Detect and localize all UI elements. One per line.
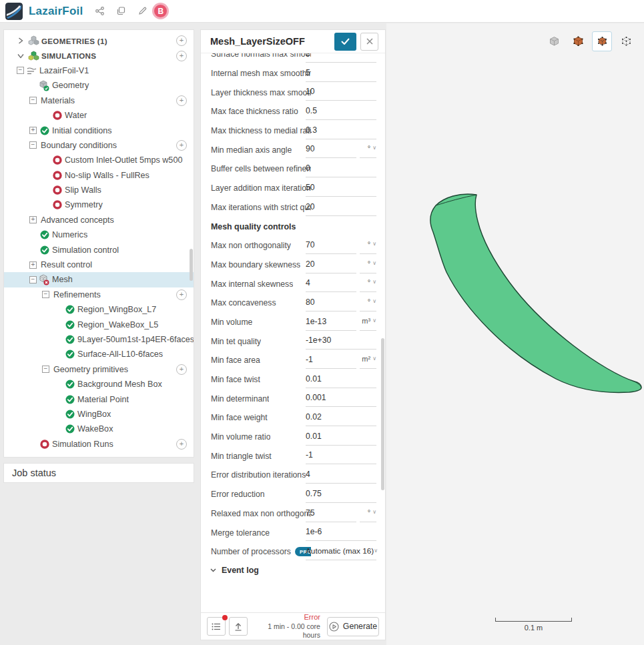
tree-item-advanced-concepts[interactable]: +Advanced concepts (4, 213, 194, 227)
mesh-log-button[interactable] (207, 617, 226, 636)
collapse-box-icon[interactable]: − (29, 141, 37, 149)
tree-item-geometries-1[interactable]: GEOMETRIES (1)+ (4, 33, 194, 48)
expand-box-icon[interactable]: + (29, 216, 37, 223)
min-face-area-unit-select[interactable]: m²∨ (360, 353, 376, 369)
view-cube-plain-icon[interactable] (544, 31, 564, 51)
add-item-button[interactable]: + (176, 439, 187, 450)
tree-item-simulation-control[interactable]: Simulation control (4, 242, 194, 257)
tree-item-materials[interactable]: −Materials+ (4, 93, 194, 108)
tree-item-geometry-primitives[interactable]: −Geometry primitives+ (4, 362, 194, 377)
max-internal-skewness-unit-select[interactable]: °∨ (360, 276, 376, 292)
view-cube-wireframe-icon[interactable] (616, 31, 636, 51)
tree-item-refinements[interactable]: −Refinements+ (4, 287, 194, 302)
add-item-button[interactable]: + (176, 51, 187, 61)
close-button[interactable] (360, 33, 378, 51)
surface-normals-max-smoothi-input[interactable]: 2 (306, 53, 376, 63)
tree-item-9layer-50um1st-1p4er-6faces[interactable]: 9Layer-50um1st-1p4ER-6faces (4, 332, 194, 347)
min-volume-unit-select[interactable]: m³∨ (360, 315, 376, 331)
export-button[interactable] (229, 617, 248, 636)
tree-item-initial-conditions[interactable]: +Initial conditions (4, 123, 194, 137)
tree-item-no-slip-walls-fullres[interactable]: No-slip Walls - FullRes (4, 168, 194, 183)
expand-box-icon[interactable]: + (29, 127, 37, 134)
chevron-right-icon[interactable] (13, 36, 28, 45)
tree-item-result-control[interactable]: +Result control (4, 257, 194, 272)
tree-item-custom-inlet-outlet-5mps-w500[interactable]: Custom Inlet-Outlet 5mps w500 (4, 153, 194, 167)
min-volume-ratio-input[interactable]: 0.01 (306, 430, 376, 446)
add-item-button[interactable]: + (176, 364, 187, 375)
max-boundary-skewness-unit-select[interactable]: °∨ (360, 257, 376, 273)
tree-item-wingbox[interactable]: WingBox (4, 407, 194, 422)
tree-item-mesh[interactable]: −Mesh (4, 272, 194, 287)
add-item-button[interactable]: + (176, 95, 187, 106)
merge-tolerance-input[interactable]: 1e-6 (306, 525, 376, 541)
relaxed-max-non-orthogonality-unit-select[interactable]: °∨ (360, 506, 376, 522)
tree-item-region-wakebox-l5[interactable]: Region_WakeBox_L5 (4, 317, 194, 332)
view-cube-surface-icon[interactable] (592, 31, 612, 51)
add-item-button[interactable]: + (176, 140, 187, 151)
apply-button[interactable] (334, 33, 356, 51)
max-concaveness-input[interactable]: 80 (306, 295, 356, 311)
buffer-cells-between-refinem-input[interactable]: 0 (306, 161, 376, 177)
tree-item-lazairfoil-v1[interactable]: −LazairFoil-V1 (4, 63, 194, 78)
add-item-button[interactable]: + (176, 289, 187, 300)
tree-item-simulation-runs[interactable]: Simulation Runs+ (4, 437, 194, 452)
min-median-axis-angle-unit-select[interactable]: °∨ (360, 142, 376, 158)
max-non-orthogonality-unit-select[interactable]: °∨ (360, 238, 376, 254)
max-iterations-with-strict-qua-input[interactable]: 20 (306, 200, 376, 216)
expand-box-icon[interactable]: + (29, 261, 37, 269)
add-item-button[interactable]: + (176, 35, 187, 46)
tree-item-numerics[interactable]: Numerics (4, 227, 194, 242)
min-face-weight-input[interactable]: 0.02 (306, 410, 376, 426)
min-volume-input[interactable]: 1e-13 (306, 315, 356, 331)
min-triangle-twist-input[interactable]: -1 (306, 448, 376, 464)
collapse-box-icon[interactable]: − (29, 276, 37, 283)
layer-addition-max-iterations-input[interactable]: 50 (306, 181, 376, 197)
collapse-box-icon[interactable]: − (17, 67, 24, 74)
tree-item-boundary-conditions[interactable]: −Boundary conditions+ (4, 138, 194, 153)
tree-item-region-wingbox-l7[interactable]: Region_WingBox_L7 (4, 302, 194, 317)
tree-item-material-point[interactable]: Material Point (4, 392, 194, 406)
max-thickness-to-medial-ratio-input[interactable]: 0.3 (306, 123, 376, 139)
copy-icon[interactable] (113, 4, 128, 19)
relaxed-max-non-orthogonality-input[interactable]: 75 (306, 506, 356, 522)
tree-item-surface-all-l10-6faces[interactable]: Surface-All-L10-6faces (4, 347, 194, 362)
chevron-down-icon[interactable] (13, 51, 28, 61)
share-icon[interactable] (92, 4, 107, 19)
viewport-3d[interactable]: 0.1 m (386, 23, 644, 645)
settings-scrollbar[interactable] (381, 338, 384, 490)
wing-model[interactable] (396, 173, 644, 414)
number-of-processors-input[interactable]: Automatic (max 16)∨ (306, 544, 376, 560)
tree-item-slip-walls[interactable]: Slip Walls (4, 183, 194, 197)
internal-mesh-max-smoothing-input[interactable]: 5 (306, 66, 376, 82)
max-non-orthogonality-input[interactable]: 70 (306, 238, 356, 254)
collapse-box-icon[interactable]: − (42, 366, 49, 373)
project-title[interactable]: LazairFoil (29, 5, 83, 18)
error-reduction-input[interactable]: 0.75 (306, 487, 376, 503)
tree-scrollbar[interactable] (190, 249, 193, 281)
tree-item-simulations[interactable]: SIMULATIONS+ (4, 48, 194, 63)
user-avatar[interactable]: B (152, 3, 169, 19)
tree-item-water[interactable]: Water (4, 108, 194, 123)
min-face-twist-input[interactable]: 0.01 (306, 372, 376, 388)
min-tet-quality-input[interactable]: -1e+30 (306, 334, 376, 350)
event-log-toggle[interactable]: Event log (210, 566, 385, 575)
max-concaveness-unit-select[interactable]: °∨ (360, 295, 376, 311)
collapse-box-icon[interactable]: − (29, 97, 37, 104)
max-face-thickness-ratio-input[interactable]: 0.5 (306, 104, 376, 120)
tree-item-geometry[interactable]: Geometry (4, 78, 194, 93)
error-distribution-iterations-input[interactable]: 4 (306, 468, 376, 484)
view-cube-solid-icon[interactable] (568, 31, 588, 51)
max-boundary-skewness-input[interactable]: 20 (306, 257, 356, 273)
tree-item-symmetry[interactable]: Symmetry (4, 197, 194, 212)
max-internal-skewness-input[interactable]: 4 (306, 276, 356, 292)
min-face-area-input[interactable]: -1 (306, 353, 356, 369)
tree-item-wakebox[interactable]: WakeBox (4, 422, 194, 436)
collapse-box-icon[interactable]: − (42, 291, 49, 298)
layer-thickness-max-smoothi-input[interactable]: 10 (306, 85, 376, 101)
edit-pencil-icon[interactable] (135, 4, 149, 19)
job-status-bar[interactable]: Job status (3, 463, 194, 483)
min-determinant-input[interactable]: 0.001 (306, 391, 376, 407)
min-median-axis-angle-input[interactable]: 90 (306, 142, 356, 158)
generate-button[interactable]: Generate (327, 617, 379, 636)
tree-item-background-mesh-box[interactable]: Background Mesh Box (4, 377, 194, 392)
